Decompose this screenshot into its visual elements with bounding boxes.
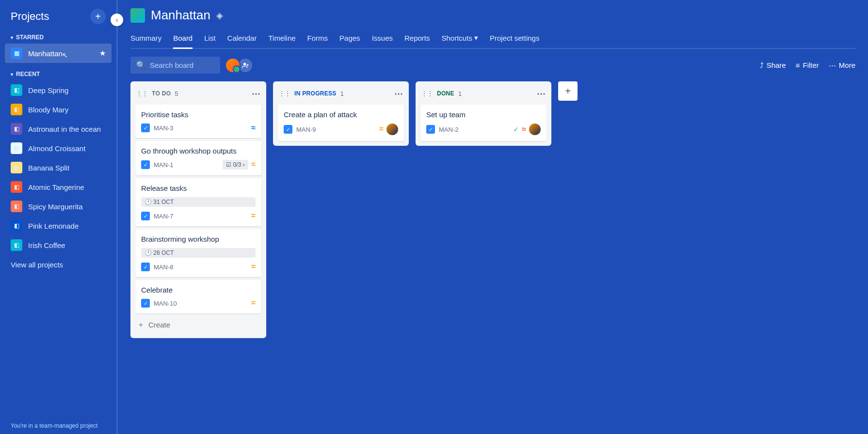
column-title: TO DO — [152, 90, 171, 97]
priority-lowest-icon: ≈ — [251, 124, 256, 132]
sidebar-item-recent[interactable]: ◧Astronaut in the ocean — [5, 119, 112, 139]
column-in-progress: ⋮⋮ IN PROGRESS 1 ⋯ Create a plan of atta… — [273, 81, 409, 146]
search-input[interactable] — [150, 61, 214, 69]
add-column-button[interactable]: + — [558, 81, 578, 101]
issue-card[interactable]: Celebrate ✓ MAN-10 = — [135, 280, 261, 313]
search-icon: 🔍 — [136, 61, 146, 70]
sidebar-item-recent[interactable]: ◧Spicy Marguerita — [5, 197, 112, 216]
filter-button[interactable]: ≡Filter — [796, 61, 819, 69]
date-badge: 🕐 31 OCT — [141, 197, 256, 207]
project-avatar — [130, 8, 145, 23]
issue-type-icon: ✓ — [426, 125, 435, 134]
tab-reports[interactable]: Reports — [404, 30, 430, 48]
project-label: Deep Spring — [28, 86, 68, 94]
project-icon: ◧ — [11, 220, 22, 232]
column-title: DONE — [437, 90, 454, 97]
project-icon: ◧ — [11, 84, 22, 96]
tab-calendar[interactable]: Calendar — [227, 30, 257, 48]
issue-card[interactable]: Release tasks 🕐 31 OCT ✓ MAN-7 = — [135, 178, 261, 226]
project-icon: ◧ — [11, 181, 22, 193]
share-icon: ⤴ — [760, 61, 764, 69]
issue-key: MAN-9 — [296, 126, 316, 133]
column-menu-button[interactable]: ⋯ — [394, 88, 403, 99]
column-menu-button[interactable]: ⋯ — [252, 88, 260, 99]
issue-card[interactable]: Go through workshop outputs ✓ MAN-1 ☑ 0/… — [135, 141, 261, 175]
column-menu-button[interactable]: ⋯ — [537, 88, 546, 99]
add-project-button[interactable]: + — [90, 9, 106, 24]
drag-handle-icon[interactable]: ⋮⋮ — [279, 90, 290, 97]
filter-icon: ≡ — [796, 61, 800, 69]
issue-type-icon: ✓ — [284, 125, 292, 134]
project-label: Astronaut in the ocean — [28, 125, 101, 133]
project-icon: ◧ — [11, 162, 22, 173]
sidebar-title: Projects — [11, 10, 49, 23]
issue-card[interactable]: Set up team ✓ MAN-2 ✓≈ — [420, 105, 547, 141]
sidebar-item-recent[interactable]: ◧Pink Lemonade — [5, 216, 112, 235]
sidebar-item-starred[interactable]: ▦Manhattan★ — [5, 44, 112, 63]
chevron-down-icon: ▾ — [474, 33, 478, 42]
share-button[interactable]: ⤴Share — [760, 61, 786, 69]
drag-handle-icon[interactable]: ⋮⋮ — [421, 90, 433, 97]
assignee-avatar[interactable] — [386, 124, 398, 135]
priority-medium-icon: = — [379, 125, 384, 134]
done-check-icon: ✓ — [513, 125, 519, 133]
search-input-wrapper[interactable]: 🔍 — [130, 57, 220, 74]
recent-label: RECENT — [16, 71, 40, 78]
sidebar-item-recent[interactable]: ◧Banana Split — [5, 158, 112, 177]
column-done: ⋮⋮ DONE 1 ⋯ Set up team ✓ MAN-2 ✓≈ — [416, 81, 551, 146]
svg-point-0 — [243, 62, 246, 65]
tab-timeline[interactable]: Timeline — [268, 30, 295, 48]
recent-section-toggle[interactable]: ▾ RECENT — [5, 68, 112, 80]
sidebar-item-recent[interactable]: ◧Atomic Tangerine — [5, 177, 112, 197]
tab-project-settings[interactable]: Project settings — [490, 30, 540, 48]
sidebar-item-recent[interactable]: ◧Deep Spring — [5, 80, 112, 100]
column-count: 1 — [458, 90, 462, 97]
customize-icon[interactable]: ◈ — [216, 10, 223, 21]
card-title: Set up team — [426, 110, 541, 119]
tab-summary[interactable]: Summary — [130, 30, 161, 48]
column-count: 1 — [340, 90, 344, 97]
create-issue-button[interactable]: ＋Create — [135, 316, 261, 333]
card-title: Prioritise tasks — [141, 110, 256, 119]
starred-label: STARRED — [16, 34, 44, 41]
project-label: Bloody Mary — [28, 106, 68, 114]
sidebar-item-recent[interactable]: ◧Bloody Mary — [5, 100, 112, 119]
assignee-avatar[interactable] — [529, 124, 541, 135]
project-label: Spicy Marguerita — [28, 202, 83, 211]
sidebar-divider: ‹ — [116, 0, 118, 434]
issue-card[interactable]: Prioritise tasks ✓ MAN-3 ≈ — [135, 105, 261, 138]
tab-pages[interactable]: Pages — [339, 30, 360, 48]
issue-card[interactable]: Brainstorming workshop 🕐 26 OCT ✓ MAN-8 … — [135, 229, 261, 277]
card-title: Celebrate — [141, 286, 256, 294]
tab-forms[interactable]: Forms — [307, 30, 328, 48]
priority-high-icon: ≈ — [522, 125, 526, 134]
tab-board[interactable]: Board — [173, 30, 193, 48]
drag-handle-icon[interactable]: ⋮⋮ — [136, 90, 148, 97]
starred-section-toggle[interactable]: ▾ STARRED — [5, 31, 112, 44]
more-button[interactable]: ⋯More — [829, 61, 855, 70]
more-icon: ⋯ — [829, 61, 836, 70]
user-avatar[interactable] — [225, 58, 241, 73]
subtasks-badge[interactable]: ☑ 0/3 › — [223, 160, 248, 170]
issue-type-icon: ✓ — [141, 160, 150, 169]
issue-type-icon: ✓ — [141, 124, 150, 132]
plus-icon: ＋ — [137, 320, 145, 329]
project-icon: ▦ — [11, 47, 22, 59]
collapse-sidebar-button[interactable]: ‹ — [111, 14, 123, 26]
board: ⋮⋮ TO DO 5 ⋯ Prioritise tasks ✓ MAN-3 ≈ … — [130, 81, 855, 338]
tab-list[interactable]: List — [204, 30, 215, 48]
star-icon[interactable]: ★ — [99, 49, 106, 58]
tab-issues[interactable]: Issues — [372, 30, 393, 48]
issue-card[interactable]: Create a plan of attack ✓ MAN-9 = — [278, 105, 404, 141]
project-label: Atomic Tangerine — [28, 183, 84, 191]
issue-key: MAN-8 — [154, 264, 173, 271]
sidebar-item-recent[interactable]: ◧Irish Coffee — [5, 235, 112, 255]
tab-shortcuts[interactable]: Shortcuts▾ — [442, 30, 478, 48]
view-all-projects-link[interactable]: View all projects — [5, 255, 112, 275]
issue-key: MAN-1 — [154, 161, 173, 169]
column-title: IN PROGRESS — [294, 90, 337, 97]
priority-medium-icon: = — [251, 299, 256, 308]
priority-medium-icon: = — [251, 160, 256, 169]
project-icon: ◧ — [11, 239, 22, 251]
sidebar-item-recent[interactable]: ◧Almond Croissant — [5, 139, 112, 158]
